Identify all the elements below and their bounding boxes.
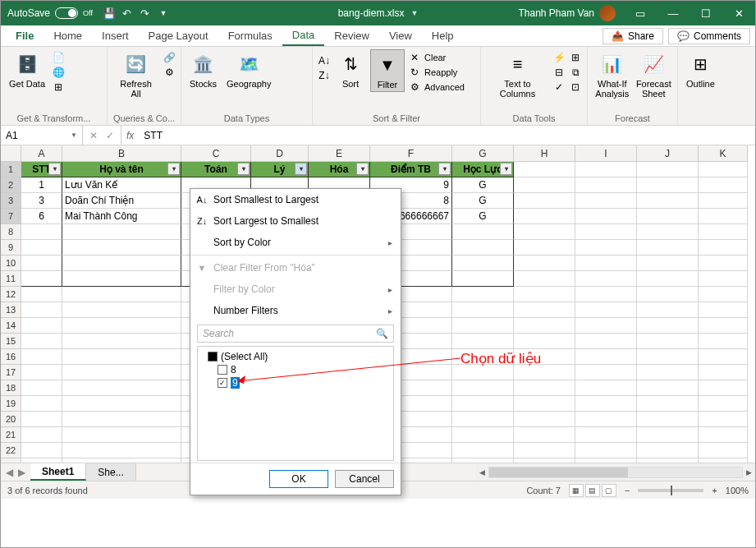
queries-btn[interactable]: 🔗 (163, 51, 176, 64)
number-filters-item[interactable]: Number Filters▸ (190, 300, 401, 321)
column-header[interactable]: J (637, 145, 699, 162)
cell[interactable] (637, 224, 699, 240)
cell[interactable] (514, 271, 575, 287)
cell[interactable] (699, 162, 748, 177)
row-header[interactable]: 14 (1, 318, 21, 334)
cell[interactable] (62, 224, 181, 240)
cell[interactable]: G (452, 193, 514, 209)
checkbox-checked[interactable] (218, 378, 227, 388)
cell[interactable] (699, 443, 748, 458)
cell[interactable] (62, 365, 181, 380)
cell[interactable] (637, 443, 699, 458)
zoom-level[interactable]: 100% (726, 486, 749, 495)
cell[interactable] (575, 209, 637, 224)
page-break-icon[interactable]: ▢ (602, 484, 616, 497)
filter-option-8[interactable]: 8 (201, 363, 390, 376)
cell[interactable] (21, 302, 62, 318)
cell[interactable] (21, 318, 62, 334)
sheet-nav[interactable]: ◀▶ (1, 463, 30, 481)
cell[interactable] (62, 318, 181, 334)
sort-button[interactable]: ⇅Sort (334, 49, 367, 90)
sort-descending-item[interactable]: Z↓Sort Largest to Smallest (190, 210, 401, 232)
row-header[interactable]: 21 (1, 427, 21, 443)
row-header[interactable]: 23 (1, 458, 21, 463)
refresh-all-button[interactable]: 🔄Refresh All (112, 49, 159, 100)
from-table-button[interactable]: ⊞ (52, 81, 65, 94)
column-header[interactable]: E (309, 145, 370, 162)
cell[interactable] (452, 334, 514, 349)
cell[interactable] (637, 318, 699, 334)
share-button[interactable]: 📤Share (603, 28, 663, 44)
cell[interactable] (452, 396, 514, 412)
redo-icon[interactable]: ↷ (139, 7, 152, 20)
row-header[interactable]: 19 (1, 396, 21, 412)
table-header-cell[interactable]: Học Lực▾ (452, 162, 514, 177)
row-header[interactable]: 7 (1, 209, 21, 224)
cell[interactable] (575, 380, 637, 396)
toggle-switch[interactable] (55, 7, 78, 19)
cell[interactable] (514, 302, 575, 318)
horizontal-scrollbar[interactable]: ◀ ▶ (476, 463, 755, 481)
remove-dup[interactable]: ⊟ (552, 66, 566, 79)
filter-select-all[interactable]: (Select All) (201, 350, 390, 363)
from-web-button[interactable]: 🌐 (52, 66, 65, 79)
cell[interactable] (699, 412, 748, 427)
cell[interactable] (699, 349, 748, 365)
cell[interactable] (62, 458, 181, 463)
row-header[interactable]: 11 (1, 271, 21, 287)
cell[interactable] (699, 287, 748, 302)
cell[interactable] (62, 412, 181, 427)
cancel-formula-icon[interactable]: ✕ (89, 130, 98, 141)
cell[interactable] (514, 443, 575, 458)
cell[interactable] (699, 271, 748, 287)
checkbox-mixed[interactable] (208, 352, 218, 361)
tab-view[interactable]: View (379, 25, 422, 46)
cell[interactable] (514, 287, 575, 302)
cell[interactable] (514, 427, 575, 443)
filter-dropdown-icon[interactable]: ▾ (167, 163, 180, 175)
relationships[interactable]: ⧉ (569, 66, 582, 79)
cell[interactable] (575, 427, 637, 443)
cell[interactable] (575, 443, 637, 458)
cell[interactable] (62, 256, 181, 271)
column-header[interactable]: B (62, 145, 181, 162)
cell[interactable] (699, 380, 748, 396)
page-layout-icon[interactable]: ▤ (585, 484, 600, 497)
cell[interactable] (21, 427, 62, 443)
cell[interactable] (699, 193, 748, 209)
tab-page-layout[interactable]: Page Layout (139, 25, 218, 46)
cell[interactable] (21, 458, 62, 463)
cell[interactable] (637, 365, 699, 380)
cell[interactable] (514, 396, 575, 412)
ok-button[interactable]: OK (269, 470, 328, 488)
sheet-tab-active[interactable]: Sheet1 (30, 463, 86, 481)
cell[interactable] (21, 256, 62, 271)
cell[interactable]: Lưu Văn Kế (62, 177, 181, 193)
normal-view-icon[interactable]: ▦ (569, 484, 584, 497)
consolidate[interactable]: ⊞ (569, 51, 582, 64)
column-header[interactable]: G (452, 145, 514, 162)
cell[interactable] (514, 412, 575, 427)
forecast-sheet-button[interactable]: 📈Forecast Sheet (635, 49, 672, 100)
stocks-button[interactable]: 🏛️Stocks (186, 49, 220, 90)
cell[interactable] (21, 240, 62, 256)
qat-dropdown-icon[interactable]: ▼ (157, 7, 170, 20)
cell[interactable] (575, 177, 637, 193)
cell[interactable] (514, 240, 575, 256)
filter-values-list[interactable]: (Select All) 8 9 (197, 346, 394, 461)
cell[interactable] (514, 209, 575, 224)
cell[interactable] (452, 427, 514, 443)
fx-icon[interactable]: fx (121, 126, 139, 145)
minimize-icon[interactable]: — (657, 1, 690, 25)
autosave-toggle[interactable]: AutoSave Off (1, 7, 99, 19)
filter-dropdown-icon[interactable]: ▾ (500, 163, 512, 175)
cell[interactable] (62, 240, 181, 256)
cell[interactable] (575, 458, 637, 463)
checkbox[interactable] (218, 365, 227, 375)
cell[interactable] (62, 334, 181, 349)
cell[interactable] (575, 256, 637, 271)
cell[interactable] (637, 287, 699, 302)
cell[interactable] (575, 334, 637, 349)
filter-option-9[interactable]: 9 (201, 376, 390, 389)
cell[interactable] (699, 396, 748, 412)
